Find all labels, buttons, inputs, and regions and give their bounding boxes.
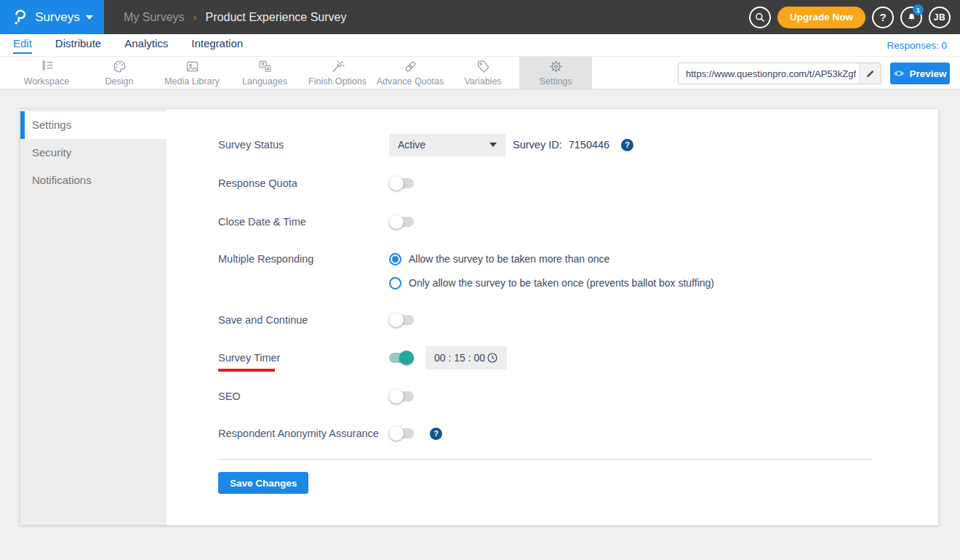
questionpro-logo-icon	[11, 8, 29, 26]
respondent-anonymity-help-icon[interactable]: ?	[430, 428, 442, 440]
toolbar-item-settings[interactable]: Settings	[519, 57, 592, 89]
multiple-responding-label: Multiple Responding	[218, 253, 389, 265]
settings-panel: Settings Security Notifications Survey S…	[20, 109, 938, 525]
workspace-icon	[39, 59, 55, 74]
avatar[interactable]: JB	[929, 7, 951, 28]
nav-tabs: Edit Distribute Analytics Integration	[13, 37, 243, 54]
surveys-menu[interactable]: Surveys	[0, 0, 104, 34]
tab-edit[interactable]: Edit	[13, 37, 32, 54]
toolbar-item-workspace[interactable]: Workspace	[10, 57, 83, 89]
response-quota-toggle[interactable]	[389, 178, 414, 188]
toolbar-item-label: Settings	[539, 76, 572, 87]
eye-icon	[893, 69, 905, 78]
respondent-anonymity-label: Respondent Anonymity Assurance	[218, 428, 389, 439]
response-quota-row: Response Quota	[218, 172, 414, 195]
survey-url-input[interactable]	[679, 68, 859, 79]
edit-toolbar: Workspace Design Media Library Languages…	[0, 56, 960, 89]
radio-only-once[interactable]	[389, 277, 401, 289]
response-quota-label: Response Quota	[218, 177, 389, 189]
survey-url-field	[678, 63, 881, 84]
toolbar-item-label: Finish Options	[308, 76, 367, 87]
survey-id-help-icon[interactable]: ?	[621, 139, 633, 151]
multiple-responding-option2-row: Only allow the survey to be taken once (…	[218, 271, 714, 295]
survey-timer-toggle[interactable]	[389, 353, 414, 363]
survey-id-group: Survey ID: 7150446 ?	[513, 139, 633, 151]
chevron-down-icon	[86, 15, 93, 20]
clock-icon	[487, 352, 498, 364]
toggle-knob	[389, 313, 404, 327]
survey-timer-input[interactable]: 00 : 15 : 00	[425, 346, 507, 369]
close-date-label: Close Date & Time	[218, 216, 389, 228]
survey-timer-highlight-underline	[218, 369, 275, 372]
gear-icon	[548, 59, 564, 74]
tab-integration[interactable]: Integration	[191, 37, 243, 54]
toolbar-item-label: Media Library	[164, 76, 220, 87]
survey-status-row: Survey Status Active Survey ID: 7150446 …	[218, 133, 633, 156]
sidebar-item-security[interactable]: Security	[20, 139, 167, 167]
pencil-icon	[865, 69, 875, 79]
page-title: Product Experience Survey	[206, 11, 347, 24]
preview-button[interactable]: Preview	[890, 63, 950, 84]
toolbar-item-label: Languages	[242, 76, 287, 87]
close-date-row: Close Date & Time	[218, 210, 414, 233]
tag-icon	[476, 59, 491, 74]
radio-allow-multiple-label: Allow the survey to be taken more than o…	[409, 253, 609, 265]
save-and-continue-label: Save and Continue	[218, 314, 389, 326]
notifications-button[interactable]: 1	[900, 7, 922, 28]
search-button[interactable]	[749, 7, 771, 28]
toolbar-item-design[interactable]: Design	[83, 57, 156, 89]
survey-status-select[interactable]: Active	[389, 134, 505, 156]
product-name: Surveys	[35, 10, 79, 25]
seo-toggle[interactable]	[389, 391, 414, 401]
survey-status-label: Survey Status	[218, 139, 389, 151]
top-header: Surveys My Surveys › Product Experience …	[0, 0, 960, 34]
toolbar-item-advance-quotas[interactable]: Advance Quotas	[374, 57, 447, 89]
close-date-toggle[interactable]	[389, 217, 414, 227]
radio-allow-multiple[interactable]	[389, 253, 401, 265]
survey-id-label: Survey ID:	[513, 139, 562, 151]
toggle-knob	[399, 351, 414, 365]
breadcrumb: My Surveys › Product Experience Survey	[124, 0, 346, 34]
topbar-actions: Upgrade Now ? 1 JB	[749, 0, 951, 34]
palette-icon	[112, 59, 127, 74]
toggle-knob	[389, 389, 404, 404]
toolbar-item-finish-options[interactable]: Finish Options	[301, 57, 374, 89]
tab-analytics[interactable]: Analytics	[124, 37, 168, 54]
image-icon	[185, 59, 200, 74]
help-button[interactable]: ?	[872, 7, 894, 28]
respondent-anonymity-toggle[interactable]	[389, 428, 414, 439]
respondent-anonymity-row: Respondent Anonymity Assurance ?	[218, 422, 442, 445]
preview-label: Preview	[909, 68, 946, 79]
toolbar-item-label: Workspace	[24, 76, 69, 87]
save-and-continue-toggle[interactable]	[389, 315, 414, 325]
radio-dot	[392, 280, 399, 287]
responses-count: Responses: 0	[887, 40, 947, 51]
toolbar-item-label: Design	[105, 76, 134, 87]
breadcrumb-my-surveys[interactable]: My Surveys	[124, 11, 185, 24]
toolbar-item-media-library[interactable]: Media Library	[156, 57, 228, 89]
survey-timer-value: 00 : 15 : 00	[434, 352, 485, 364]
save-and-continue-row: Save and Continue	[218, 308, 414, 332]
chevron-down-icon	[489, 143, 497, 147]
breadcrumb-separator: ›	[193, 11, 197, 23]
tab-distribute[interactable]: Distribute	[55, 37, 101, 54]
sidebar-item-notifications[interactable]: Notifications	[20, 167, 167, 194]
save-changes-button[interactable]: Save Changes	[218, 472, 308, 494]
edit-url-button[interactable]	[859, 63, 881, 84]
seo-label: SEO	[218, 391, 389, 402]
toolbar-item-label: Advance Quotas	[377, 76, 444, 87]
wand-icon	[330, 59, 345, 74]
toolbar-item-variables[interactable]: Variables	[447, 57, 519, 89]
seo-row: SEO	[218, 385, 414, 408]
toggle-knob	[389, 176, 404, 191]
toolbar-item-languages[interactable]: Languages	[228, 57, 301, 89]
upgrade-now-button[interactable]: Upgrade Now	[777, 7, 865, 28]
form-divider	[218, 459, 873, 460]
translate-icon	[257, 59, 273, 74]
survey-id-value: 7150446	[569, 139, 609, 151]
sidebar-item-settings[interactable]: Settings	[20, 111, 167, 139]
toggle-knob	[389, 426, 404, 441]
survey-status-value: Active	[398, 139, 425, 151]
link-icon	[403, 59, 418, 74]
settings-sidebar: Settings Security Notifications	[20, 109, 167, 525]
